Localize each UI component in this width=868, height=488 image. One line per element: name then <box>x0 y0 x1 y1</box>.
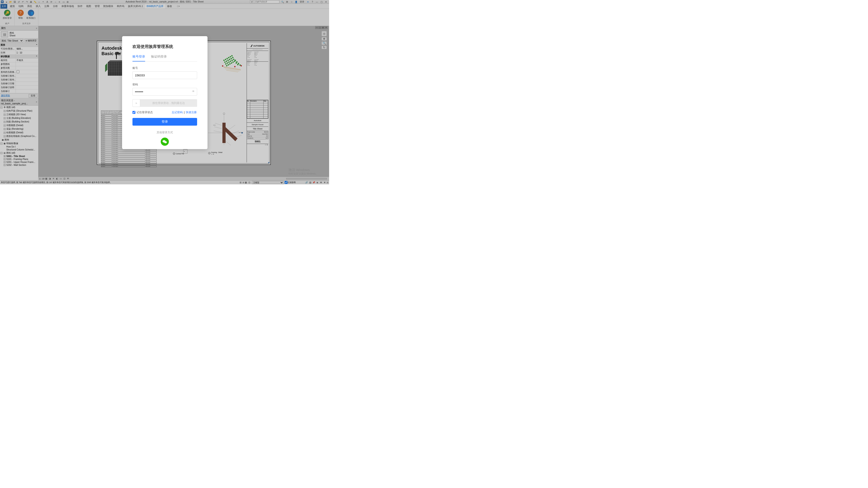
login-tabs: 账号登录 验证码登录 <box>132 55 197 62</box>
register-link[interactable]: 快速注册 <box>186 111 197 114</box>
forgot-password-link[interactable]: 忘记密码 <box>172 111 183 114</box>
password-input[interactable] <box>132 88 197 96</box>
remember-me-checkbox[interactable] <box>132 111 135 114</box>
wechat-login-button[interactable] <box>161 138 169 146</box>
tab-account-login[interactable]: 账号登录 <box>132 55 145 61</box>
other-login-label: 其他登录方式 <box>132 131 197 134</box>
remember-me-label[interactable]: 记住登录状态 <box>132 110 153 114</box>
eye-icon[interactable]: 👁 <box>192 90 195 93</box>
tab-sms-login[interactable]: 验证码登录 <box>151 55 167 61</box>
svg-point-80 <box>164 141 165 141</box>
slider-handle[interactable]: » <box>132 99 140 107</box>
svg-point-79 <box>163 141 164 141</box>
account-input[interactable] <box>132 71 197 79</box>
account-label: 账号 <box>132 66 197 70</box>
password-label: 密码 <box>132 83 197 87</box>
captcha-slider[interactable]: » 按住滑块滑动，拖到最右边 <box>132 99 197 107</box>
slider-hint: 按住滑块滑动，拖到最右边 <box>140 101 197 105</box>
dialog-title: 欢迎使用族库管理系统 <box>132 44 197 49</box>
login-button[interactable]: 登录 <box>132 118 197 126</box>
login-dialog: 欢迎使用族库管理系统 账号登录 验证码登录 账号 密码 👁 » 按住滑块滑动，拖… <box>122 36 208 149</box>
svg-point-78 <box>164 141 167 143</box>
svg-point-82 <box>166 142 166 142</box>
wechat-icon <box>162 140 167 144</box>
